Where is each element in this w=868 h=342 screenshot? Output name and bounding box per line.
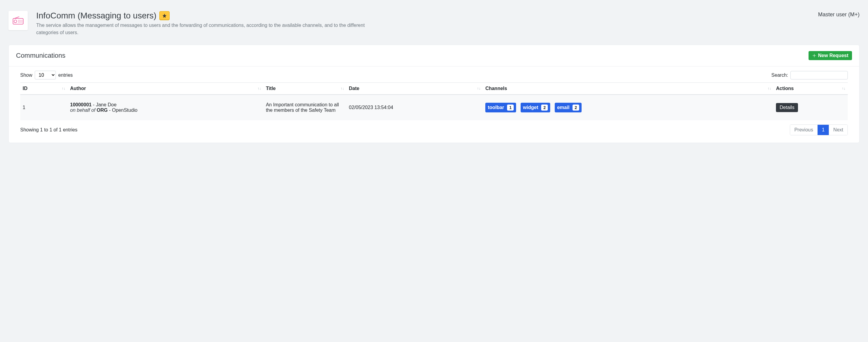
details-button[interactable]: Details bbox=[776, 103, 798, 112]
pagination-page-1[interactable]: 1 bbox=[817, 125, 829, 135]
svg-line-1 bbox=[14, 17, 19, 19]
plus-icon bbox=[812, 54, 816, 58]
sort-icon: ↑↓ bbox=[477, 86, 480, 91]
favorite-badge[interactable] bbox=[159, 11, 169, 20]
communications-card: Communications New Request Show 10 entri… bbox=[8, 45, 860, 143]
length-entries-label: entries bbox=[58, 73, 73, 78]
column-header-author[interactable]: Author ↑↓ bbox=[68, 83, 264, 95]
communications-table: ID ↑↓ Author ↑↓ Title ↑↓ Date ↑↓ bbox=[20, 83, 848, 120]
cell-actions: Details bbox=[774, 94, 848, 120]
cell-date: 02/05/2023 13:54:04 bbox=[346, 94, 483, 120]
length-select[interactable]: 10 bbox=[35, 71, 56, 80]
svg-point-6 bbox=[22, 20, 22, 21]
svg-point-12 bbox=[19, 22, 20, 23]
column-header-title[interactable]: Title ↑↓ bbox=[264, 83, 346, 95]
svg-point-9 bbox=[21, 21, 21, 22]
new-request-label: New Request bbox=[818, 53, 848, 58]
svg-point-7 bbox=[18, 21, 19, 22]
sort-icon: ↑↓ bbox=[340, 86, 344, 91]
sort-icon: ↑↓ bbox=[842, 86, 845, 91]
page-title: InfoComm (Messaging to users) bbox=[36, 11, 156, 21]
pagination: Previous 1 Next bbox=[790, 124, 848, 135]
column-header-channels[interactable]: Channels ↑↓ bbox=[483, 83, 774, 95]
svg-point-4 bbox=[19, 20, 20, 21]
svg-point-14 bbox=[22, 22, 22, 23]
pagination-next[interactable]: Next bbox=[829, 125, 847, 135]
search-input[interactable] bbox=[790, 71, 848, 80]
card-title: Communications bbox=[16, 52, 65, 59]
page-subtitle: The service allows the management of mes… bbox=[36, 22, 368, 36]
svg-point-11 bbox=[18, 22, 19, 23]
svg-rect-0 bbox=[13, 19, 23, 24]
length-show-label: Show bbox=[20, 73, 32, 78]
table-row: 1 10000001 - Jane Doe on behalf of ORG -… bbox=[20, 94, 848, 120]
pagination-previous[interactable]: Previous bbox=[790, 125, 817, 135]
svg-point-13 bbox=[21, 22, 21, 23]
search-label: Search: bbox=[771, 73, 788, 78]
svg-point-8 bbox=[19, 21, 20, 22]
svg-point-3 bbox=[18, 20, 19, 21]
new-request-button[interactable]: New Request bbox=[809, 51, 852, 60]
column-header-actions[interactable]: Actions ↑↓ bbox=[774, 83, 848, 95]
channel-badge-toolbar[interactable]: toolbar 1 bbox=[485, 103, 516, 112]
svg-point-2 bbox=[14, 20, 17, 23]
star-icon bbox=[162, 13, 167, 18]
service-logo bbox=[8, 11, 28, 30]
user-label: Master user (M+) bbox=[818, 11, 860, 18]
radio-icon bbox=[13, 17, 24, 25]
cell-title: An Important communication to all the me… bbox=[264, 94, 346, 120]
cell-author: 10000001 - Jane Doe on behalf of ORG - O… bbox=[68, 94, 264, 120]
cell-id: 1 bbox=[20, 94, 68, 120]
channel-badge-email[interactable]: email 2 bbox=[555, 103, 582, 112]
svg-point-5 bbox=[21, 20, 21, 21]
sort-icon: ↑↓ bbox=[62, 86, 65, 91]
table-info: Showing 1 to 1 of 1 entries bbox=[20, 127, 77, 133]
sort-icon: ↑↓ bbox=[257, 86, 261, 91]
sort-icon: ↑↓ bbox=[768, 86, 771, 91]
cell-channels: toolbar 1 widget 2 email 2 bbox=[483, 94, 774, 120]
column-header-id[interactable]: ID ↑↓ bbox=[20, 83, 68, 95]
channel-badge-widget[interactable]: widget 2 bbox=[521, 103, 551, 112]
svg-point-10 bbox=[22, 21, 22, 22]
column-header-date[interactable]: Date ↑↓ bbox=[346, 83, 483, 95]
